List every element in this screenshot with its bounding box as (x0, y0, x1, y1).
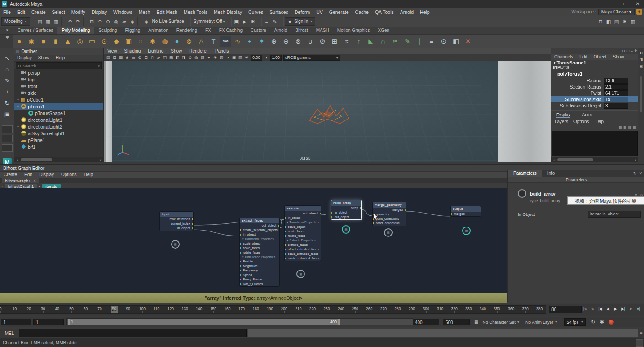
fps-dropdown[interactable]: 24 fps ▾ (564, 318, 586, 326)
play-forwards-button[interactable]: ▶ (612, 305, 619, 313)
port-scale-object[interactable]: scale_object (240, 241, 279, 246)
viewport-3d-view[interactable]: persp (104, 61, 551, 162)
shelf-tab-arnold[interactable]: Arnold (270, 27, 291, 34)
save-scene-icon[interactable]: ▥ (52, 18, 60, 26)
node-graph-canvas[interactable]: inputmax_iterationscurrent_indexin_objec… (0, 188, 507, 293)
poly-cylinder-icon[interactable]: ▮ (50, 36, 62, 47)
menu-modify[interactable]: Modify (68, 9, 88, 16)
bifrost-menu-options[interactable]: Options (57, 172, 80, 178)
character-set-dropdown[interactable]: No Character Set ▾ (483, 320, 519, 325)
outliner-item-bif1[interactable]: bif1 (14, 143, 103, 150)
construction-plane-icon[interactable]: + (244, 36, 256, 47)
resolution-gate-icon[interactable]: ▱ (155, 55, 162, 61)
menu-edit[interactable]: Edit (14, 9, 28, 16)
port-scale-faces[interactable]: scale_faces (240, 246, 279, 250)
channel-attribute-section-radius[interactable]: Section Radius2.1 (551, 84, 639, 90)
snap-curve-icon[interactable]: ◠ (96, 18, 104, 26)
outliner-item-ptorus1[interactable]: −pTorus1 (14, 103, 103, 110)
expander-icon[interactable]: + (15, 98, 21, 102)
cone-primitive-alt-icon[interactable]: △ (195, 36, 207, 47)
shelf-tab-motion-graphics[interactable]: Motion Graphics (333, 27, 374, 34)
input-port-dot[interactable] (240, 283, 241, 285)
input-node-label[interactable]: polyTorus1 (551, 71, 639, 77)
menu-qa-tools[interactable]: QA Tools (372, 9, 397, 16)
toggle-attribute-editor-icon[interactable]: ◨ (640, 58, 643, 62)
close-icon[interactable]: ✕ (639, 171, 642, 176)
port-max-iterations[interactable]: max_iterations (160, 217, 193, 222)
command-input[interactable] (19, 329, 247, 337)
output-port-dot[interactable] (320, 213, 321, 214)
svg-tool-icon[interactable]: SVG (220, 36, 231, 47)
port-out-object[interactable]: out_object (331, 215, 361, 219)
poly-gear-icon[interactable]: ✱ (147, 36, 159, 47)
attribute-value-field[interactable]: 13.6 (604, 78, 628, 84)
speed-icon[interactable]: ≡ (631, 49, 633, 54)
scroll-right-icon[interactable]: ▸ (98, 157, 103, 162)
default-material-icon[interactable]: ● (206, 55, 212, 61)
camera-attributes-icon[interactable]: ▦ (118, 55, 124, 61)
bifrost-menu-help[interactable]: Help (80, 172, 97, 178)
lasso-select-tool[interactable]: ◌ (0, 64, 14, 75)
step-forward-frame-button[interactable]: » (627, 305, 635, 313)
grid-toggle-icon[interactable]: ⊞ (143, 55, 149, 61)
layer-menu-help[interactable]: Help (592, 119, 605, 124)
isolate-select-icon[interactable]: ⊙ (187, 55, 193, 61)
offset-edge-loop-icon[interactable]: ≡ (426, 36, 437, 47)
breadcrumb-iterate[interactable]: iterate (42, 184, 60, 189)
viewport-menu-lighting[interactable]: Lighting (144, 48, 167, 54)
connection-wire[interactable] (193, 230, 239, 236)
film-gate-icon[interactable]: ▯ (149, 55, 155, 61)
poly-torus-icon[interactable]: ◎ (74, 36, 86, 47)
outliner-item-directionallight1[interactable]: +directionalLight1 (14, 116, 103, 123)
port-group-transform-properties[interactable]: ▾ Transform Properties (240, 237, 279, 241)
expander-icon[interactable]: − (15, 104, 21, 108)
menu-deform[interactable]: Deform (291, 9, 313, 16)
menu-edit-mesh[interactable]: Edit Mesh (153, 9, 181, 16)
gate-mask-icon[interactable]: ◫ (162, 55, 168, 61)
combine-icon[interactable]: ∪ (304, 36, 316, 47)
port-extrude-faces[interactable]: extrude_faces (285, 243, 321, 247)
sign-in-button[interactable]: ☻Sign In▾ (285, 17, 316, 26)
scroll-left-icon[interactable]: ◂ (14, 157, 19, 162)
layer-menu-layers[interactable]: Layers (553, 119, 570, 124)
menu-mesh-tools[interactable]: Mesh Tools (181, 9, 211, 16)
outliner-item-side[interactable]: side (14, 89, 103, 96)
poly-helix-icon[interactable]: ◌ (135, 36, 146, 47)
port-every-frame[interactable]: Every_Frame (240, 277, 279, 282)
port-in-object[interactable]: in_object (240, 232, 279, 237)
extract-icon[interactable]: ⊞ (329, 36, 340, 47)
breadcrumb-bifrostgraph1[interactable]: bifrostGraph1 (5, 184, 37, 189)
input-port-dot[interactable] (285, 231, 286, 232)
playback-loop-icon[interactable]: ↻ (591, 319, 595, 325)
modeling-toolkit-icon[interactable]: ⊡ (596, 18, 604, 26)
graph-node-input[interactable]: inputmax_iterationscurrent_indexin_objec… (159, 211, 194, 231)
exposure-icon[interactable]: ☀ (243, 55, 250, 61)
reference-layer-icon[interactable]: ▦ (628, 125, 632, 130)
input-port-dot[interactable] (285, 235, 286, 237)
input-port-dot[interactable] (285, 258, 286, 259)
poly-sphere-icon[interactable]: ● (13, 36, 25, 47)
shelf-tab-xgen[interactable]: XGen (374, 27, 393, 34)
workspace-selector[interactable]: Workspace : Maya Classic ▾ ✦ (571, 9, 644, 15)
scene-object-wireframe[interactable] (300, 96, 359, 132)
input-port-dot[interactable] (331, 216, 332, 218)
expander-icon[interactable]: + (15, 125, 21, 129)
port-array[interactable]: array (331, 206, 361, 210)
input-port-dot[interactable] (373, 222, 374, 224)
range-end-handle[interactable] (338, 319, 340, 325)
viewport-menu-shading[interactable]: Shading (121, 48, 145, 54)
viewport-menu-panels[interactable]: Panels (212, 48, 233, 54)
use-all-lights-icon[interactable]: ☀ (212, 55, 218, 61)
toggle-tool-settings-icon[interactable]: ▣ (640, 64, 643, 68)
node-watchpoint-input[interactable]: ▦ (171, 240, 180, 249)
snap-grid-icon[interactable]: ⊞ (88, 18, 96, 26)
port-other-collections[interactable]: other_collections (373, 221, 406, 226)
port-group-turbulence-properties[interactable]: ▾ Turbulence Properties (240, 255, 279, 259)
exposure-field[interactable]: 0.00 (251, 55, 262, 61)
outliner-search[interactable]: ⊙ Search... ▾ (16, 62, 102, 69)
multi-cut-icon[interactable]: ✂ (389, 36, 401, 47)
gamma-field[interactable]: 1.00 (270, 55, 282, 61)
port-out-object[interactable]: out_object (285, 211, 321, 216)
port-in-object[interactable]: in_object (160, 226, 193, 231)
channel-box-vertical-scrollbar[interactable] (640, 76, 642, 112)
